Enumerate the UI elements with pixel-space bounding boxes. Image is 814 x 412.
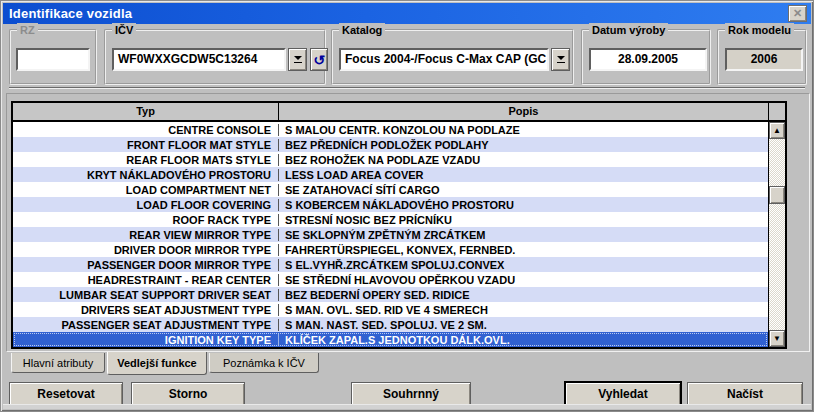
storno-button[interactable]: Storno bbox=[131, 382, 245, 406]
cell-popis: SE ZATAHOVACÍ SÍTÍ CARGO bbox=[279, 184, 768, 196]
cell-typ: REAR FLOOR MATS STYLE bbox=[13, 154, 279, 166]
table-row[interactable]: IGNITION KEY TYPEKLÍČEK ZAPAL.S JEDNOTKO… bbox=[13, 332, 768, 347]
table-row[interactable]: PASSENGER DOOR MIRROR TYPES EL.VYHŘ.ZRCÁ… bbox=[13, 257, 768, 272]
dropdown-underline-icon bbox=[294, 62, 302, 63]
rz-label: RZ bbox=[17, 23, 38, 37]
souhrnny-button[interactable]: Souhrnný bbox=[351, 382, 471, 406]
cell-popis: BEZ PŘEDNÍCH PODLOŽEK PODLAHY bbox=[279, 139, 768, 151]
table-row[interactable]: ROOF RACK TYPESTRESNÍ NOSIC BEZ PRÍCNÍKU bbox=[13, 212, 768, 227]
table-row[interactable]: PASSENGER SEAT ADJUSTMENT TYPES MAN. NAS… bbox=[13, 317, 768, 332]
table-row[interactable]: LOAD COMPARTMENT NETSE ZATAHOVACÍ SÍTÍ C… bbox=[13, 182, 768, 197]
cell-popis: LESS LOAD AREA COVER bbox=[279, 169, 768, 181]
cell-popis: S MAN. OVL. SED. RID VE 4 SMERECH bbox=[279, 304, 768, 316]
katalog-groupbox: Katalog Focus 2004-/Focus C-Max CAP (GC bbox=[331, 29, 574, 85]
table-row[interactable]: LOAD FLOOR COVERINGS KOBERCEM NÁKLADOVÉH… bbox=[13, 197, 768, 212]
rok-modelu-label: Rok modelu bbox=[725, 23, 794, 37]
tab-poznamka-k-icv[interactable]: Poznámka k IČV bbox=[209, 353, 319, 373]
cell-popis: SE SKLOPNÝM ZPĚTNÝM ZRCÁTKEM bbox=[279, 229, 768, 241]
table-row[interactable]: REAR VIEW MIRROR TYPESE SKLOPNÝM ZPĚTNÝM… bbox=[13, 227, 768, 242]
icv-undo-button[interactable]: ↺ bbox=[310, 48, 328, 71]
cell-popis: SE STŘEDNÍ HLAVOVOU OPĚRKOU VZADU bbox=[279, 274, 768, 286]
column-header-stub bbox=[768, 103, 785, 120]
table-header: Typ Popis bbox=[13, 103, 785, 122]
table-row[interactable]: DRIVER DOOR MIRROR TYPEFAHRERTÜRSPIEGEL,… bbox=[13, 242, 768, 257]
icv-label: IČV bbox=[112, 23, 136, 37]
cell-popis: S MAN. NAST. SED. SPOLUJ. VE 2 SM. bbox=[279, 319, 768, 331]
undo-icon: ↺ bbox=[313, 53, 325, 67]
table-row[interactable]: HEADRESTRAINT - REAR CENTERSE STŘEDNÍ HL… bbox=[13, 272, 768, 287]
column-header-typ[interactable]: Typ bbox=[13, 103, 279, 120]
scrollbar-thumb[interactable] bbox=[769, 186, 785, 204]
rz-input[interactable] bbox=[16, 48, 90, 71]
vertical-scrollbar[interactable]: ▲ ▼ bbox=[768, 122, 785, 347]
table-row[interactable]: KRYT NÁKLADOVÉHO PROSTORULESS LOAD AREA … bbox=[13, 167, 768, 182]
cell-typ: KRYT NÁKLADOVÉHO PROSTORU bbox=[13, 169, 279, 181]
cell-typ: LOAD COMPARTMENT NET bbox=[13, 184, 279, 196]
attributes-table: Typ Popis CENTRE CONSOLES MALOU CENTR. K… bbox=[11, 101, 787, 349]
cell-typ: IGNITION KEY TYPE bbox=[13, 334, 279, 346]
icv-groupbox: IČV WF0WXXGCDW5C13264 ↺ bbox=[104, 29, 326, 85]
column-header-popis[interactable]: Popis bbox=[279, 103, 768, 120]
tab-hlavni-atributy[interactable]: Hlavní atributy bbox=[11, 353, 105, 373]
close-button[interactable]: ✕ bbox=[788, 5, 807, 22]
katalog-dropdown-button[interactable] bbox=[551, 48, 570, 71]
cell-popis: KLÍČEK ZAPAL.S JEDNOTKOU DÁLK.OVL. bbox=[279, 334, 768, 346]
cell-typ: HEADRESTRAINT - REAR CENTER bbox=[13, 274, 279, 286]
rok-modelu-groupbox: Rok modelu 2006 bbox=[717, 29, 807, 85]
nacist-button[interactable]: Načíst bbox=[687, 382, 803, 406]
attributes-panel: Typ Popis CENTRE CONSOLES MALOU CENTR. K… bbox=[6, 93, 810, 352]
cell-typ: FRONT FLOOR MAT STYLE bbox=[13, 139, 279, 151]
close-icon: ✕ bbox=[793, 7, 802, 20]
dropdown-underline-icon bbox=[557, 62, 565, 63]
window-bottom-edge bbox=[3, 404, 811, 409]
chevron-down-icon bbox=[294, 56, 302, 60]
table-row[interactable]: LUMBAR SEAT SUPPORT DRIVER SEATBEZ BEDER… bbox=[13, 287, 768, 302]
resetovat-button[interactable]: Resetovat bbox=[9, 382, 123, 406]
cell-typ: DRIVERS SEAT ADJUSTMENT TYPE bbox=[13, 304, 279, 316]
tab-vedlejsi-funkce[interactable]: Vedlejší funkce bbox=[107, 352, 207, 375]
cell-typ: ROOF RACK TYPE bbox=[13, 214, 279, 226]
window-title: Identifikace vozidla bbox=[9, 6, 132, 21]
cell-popis: FAHRERTÜRSPIEGEL, KONVEX, FERNBED. bbox=[279, 244, 768, 256]
rok-modelu-value: 2006 bbox=[725, 48, 803, 71]
table-row[interactable]: FRONT FLOOR MAT STYLEBEZ PŘEDNÍCH PODLOŽ… bbox=[13, 137, 768, 152]
cell-typ: PASSENGER DOOR MIRROR TYPE bbox=[13, 259, 279, 271]
cell-typ: LUMBAR SEAT SUPPORT DRIVER SEAT bbox=[13, 289, 279, 301]
scroll-up-icon: ▲ bbox=[773, 126, 781, 135]
title-bar[interactable]: Identifikace vozidla ✕ bbox=[3, 3, 811, 24]
table-row[interactable]: CENTRE CONSOLES MALOU CENTR. KONZOLOU NA… bbox=[13, 122, 768, 137]
icv-input[interactable]: WF0WXXGCDW5C13264 bbox=[112, 48, 286, 71]
icv-dropdown-button[interactable] bbox=[288, 48, 307, 71]
datum-vyroby-groupbox: Datum výroby 28.09.2005 bbox=[581, 29, 711, 85]
table-row[interactable]: REAR FLOOR MATS STYLEBEZ ROHOŽEK NA PODL… bbox=[13, 152, 768, 167]
cell-popis: S KOBERCEM NÁKLADOVÉHO PROSTORU bbox=[279, 199, 768, 211]
cell-popis: BEZ ROHOŽEK NA PODLAZE VZADU bbox=[279, 154, 768, 166]
datum-vyroby-label: Datum výroby bbox=[589, 23, 668, 37]
cell-typ: REAR VIEW MIRROR TYPE bbox=[13, 229, 279, 241]
separator-line bbox=[9, 87, 805, 89]
scroll-up-button[interactable]: ▲ bbox=[769, 122, 785, 139]
cell-typ: PASSENGER SEAT ADJUSTMENT TYPE bbox=[13, 319, 279, 331]
cell-popis: BEZ BEDERNÍ OPERY SED. RIDICE bbox=[279, 289, 768, 301]
cell-typ: DRIVER DOOR MIRROR TYPE bbox=[13, 244, 279, 256]
cell-popis: S EL.VYHŘ.ZRCÁTKEM SPOLUJ.CONVEX bbox=[279, 259, 768, 271]
cell-typ: LOAD FLOOR COVERING bbox=[13, 199, 279, 211]
table-row[interactable]: DRIVERS SEAT ADJUSTMENT TYPES MAN. OVL. … bbox=[13, 302, 768, 317]
table-body: CENTRE CONSOLES MALOU CENTR. KONZOLOU NA… bbox=[13, 122, 768, 347]
cell-popis: S MALOU CENTR. KONZOLOU NA PODLAZE bbox=[279, 124, 768, 136]
datum-vyroby-input[interactable]: 28.09.2005 bbox=[589, 48, 707, 71]
katalog-combobox[interactable]: Focus 2004-/Focus C-Max CAP (GC bbox=[339, 48, 549, 71]
vehicle-identification-dialog: Identifikace vozidla ✕ RZ IČV WF0WXXGCDW… bbox=[0, 0, 814, 412]
cell-popis: STRESNÍ NOSIC BEZ PRÍCNÍKU bbox=[279, 214, 768, 226]
rz-groupbox: RZ bbox=[9, 29, 97, 85]
cell-typ: CENTRE CONSOLE bbox=[13, 124, 279, 136]
katalog-label: Katalog bbox=[339, 23, 385, 37]
scroll-down-icon: ▼ bbox=[773, 334, 781, 343]
chevron-down-icon bbox=[557, 56, 565, 60]
scroll-down-button[interactable]: ▼ bbox=[769, 330, 785, 347]
